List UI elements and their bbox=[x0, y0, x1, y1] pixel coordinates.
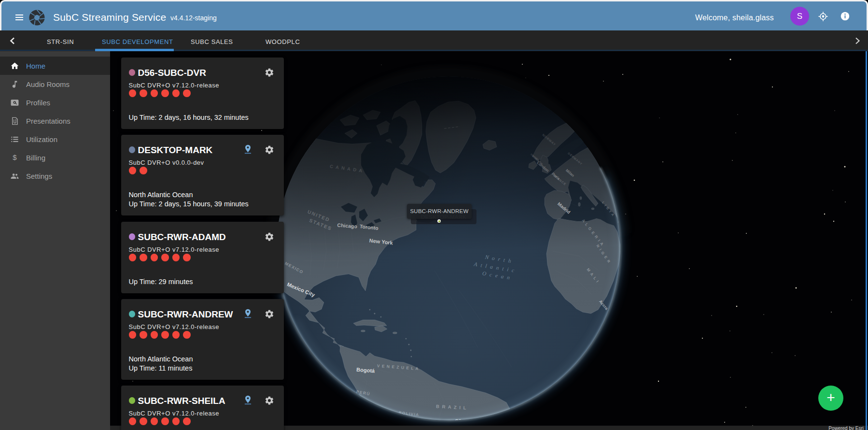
svg-text:$: $ bbox=[13, 153, 17, 161]
